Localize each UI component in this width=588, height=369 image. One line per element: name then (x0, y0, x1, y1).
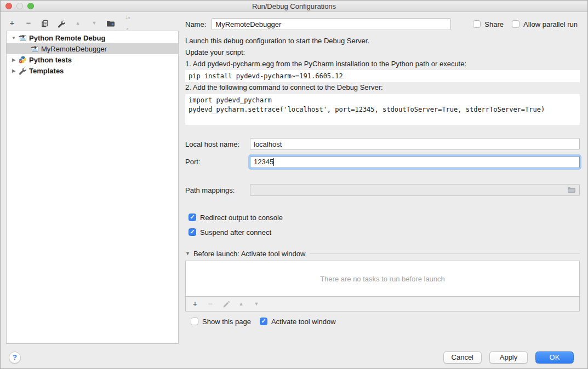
text-caret (273, 158, 274, 166)
help-button[interactable]: ? (9, 351, 21, 364)
code-line-1: import pydevd_pycharm (189, 96, 272, 104)
port-value: 12345 (254, 158, 273, 166)
show-this-page-checkbox-box[interactable] (191, 318, 198, 325)
move-up-icon: ▲ (73, 18, 83, 28)
run-debug-configurations-dialog: Run/Debug Configurations + − ▲ ▼ ↓az ▼ (0, 0, 588, 369)
show-this-page-label: Show this page (202, 318, 251, 326)
new-folder-icon[interactable] (106, 18, 116, 28)
allow-parallel-run-label: Allow parallel run (523, 20, 578, 28)
allow-parallel-run-checkbox[interactable]: Allow parallel run (512, 20, 578, 28)
templates-wrench-icon (19, 67, 27, 74)
activate-tool-window-checkbox-box[interactable] (260, 318, 267, 325)
activate-tool-window-checkbox[interactable]: Activate tool window (260, 318, 336, 326)
activate-tool-window-label: Activate tool window (271, 318, 336, 326)
copy-configuration-icon[interactable] (40, 18, 50, 28)
chevron-right-icon[interactable]: ▶ (10, 68, 18, 73)
suspend-after-connect-checkbox-box[interactable] (189, 228, 196, 236)
step-2-text: 2. Add the following command to connect … (185, 83, 580, 92)
section-collapse-icon[interactable]: ▼ (185, 251, 190, 256)
tree-item-label: Python tests (29, 56, 72, 64)
allow-parallel-run-checkbox-box[interactable] (512, 20, 520, 28)
port-label: Port: (185, 158, 250, 166)
apply-button[interactable]: Apply (489, 351, 528, 364)
before-launch-section-header[interactable]: ▼ Before launch: Activate tool window (185, 249, 580, 258)
redirect-output-checkbox-box[interactable] (189, 214, 196, 221)
local-host-row: Local host name: (185, 138, 580, 150)
configurations-tree: ▼ Python Remote Debug MyRemoteDebugger ▶… (6, 31, 179, 344)
tree-item-label: Templates (29, 67, 64, 75)
path-mappings-input[interactable] (250, 184, 580, 196)
tree-item-label: MyRemoteDebugger (41, 45, 107, 53)
remove-task-icon: − (207, 299, 214, 309)
tree-item-label: Python Remote Debug (29, 34, 105, 42)
chevron-right-icon[interactable]: ▶ (10, 57, 18, 62)
description-line-1: Launch this debug configuration to start… (185, 37, 580, 45)
empty-tasks-text: There are no tasks to run before launch (320, 275, 445, 283)
chevron-down-icon[interactable]: ▼ (10, 36, 18, 41)
tree-toolbar: + − ▲ ▼ ↓az (7, 17, 132, 29)
share-checkbox[interactable]: Share (473, 20, 504, 28)
description-line-2: Update your script: (185, 48, 580, 57)
tree-item-myremotedebugger[interactable]: MyRemoteDebugger (7, 43, 178, 54)
remove-configuration-icon[interactable]: − (24, 18, 33, 28)
tree-item-python-remote-debug[interactable]: ▼ Python Remote Debug (7, 32, 178, 43)
suspend-after-connect-label: Suspend after connect (200, 228, 271, 237)
window-title: Run/Debug Configurations (1, 2, 587, 10)
suspend-after-connect-checkbox[interactable]: Suspend after connect (185, 228, 580, 237)
ok-button[interactable]: OK (535, 351, 574, 364)
show-this-page-checkbox[interactable]: Show this page (191, 318, 251, 326)
port-row: Port: 12345 (185, 155, 580, 168)
edit-task-pencil-icon (222, 299, 230, 309)
footer-options-row: Show this page Activate tool window (185, 317, 580, 326)
browse-folder-icon[interactable] (567, 186, 576, 194)
before-launch-task-list: There are no tasks to run before launch (185, 261, 580, 297)
add-configuration-icon[interactable]: + (7, 18, 17, 28)
section-divider (310, 253, 580, 254)
local-host-label: Local host name: (185, 140, 250, 148)
run-config-icon (31, 45, 39, 53)
configuration-form: Name: Share Allow parallel run Launch th… (185, 12, 588, 346)
run-config-icon (19, 34, 27, 42)
move-down-icon: ▼ (89, 18, 99, 28)
share-checkbox-box[interactable] (473, 20, 481, 28)
titlebar: Run/Debug Configurations (1, 1, 587, 12)
local-host-input[interactable] (250, 138, 580, 150)
path-mappings-row: Path mappings: (185, 184, 580, 196)
task-list-toolbar: + − ▲ ▼ (185, 297, 580, 312)
port-input[interactable]: 12345 (250, 156, 580, 168)
step-1-text: 1. Add pydevd-pycharm.egg from the PyCha… (185, 60, 580, 68)
share-label: Share (484, 20, 504, 28)
pip-install-code: pip install pydevd-pycharm~=191.6605.12 (185, 70, 580, 82)
python-tests-icon (19, 56, 27, 64)
settrace-code-block: import pydevd_pycharmpydevd_pycharm.sett… (185, 94, 580, 125)
configurations-sidebar: + − ▲ ▼ ↓az ▼ Python Remote Debug (1, 12, 185, 346)
dialog-button-bar: ? Cancel Apply OK (1, 346, 587, 368)
redirect-output-checkbox[interactable]: Redirect output to console (185, 213, 580, 222)
move-task-up-icon: ▲ (237, 299, 245, 309)
before-launch-title: Before launch: Activate tool window (193, 250, 306, 258)
cancel-button[interactable]: Cancel (443, 351, 482, 364)
edit-templates-wrench-icon[interactable] (56, 18, 66, 28)
tree-item-python-tests[interactable]: ▶ Python tests (7, 54, 178, 65)
code-line-2: pydevd_pycharm.settrace('localhost', por… (189, 106, 545, 113)
name-label: Name: (185, 20, 206, 28)
add-task-icon[interactable]: + (191, 299, 199, 309)
name-input[interactable] (212, 18, 451, 30)
move-task-down-icon: ▼ (253, 299, 260, 309)
help-question-icon: ? (13, 353, 17, 361)
name-row: Name: Share Allow parallel run (185, 18, 580, 30)
redirect-output-label: Redirect output to console (200, 214, 283, 222)
path-mappings-label: Path mappings: (185, 186, 250, 194)
tree-item-templates[interactable]: ▶ Templates (7, 65, 178, 76)
